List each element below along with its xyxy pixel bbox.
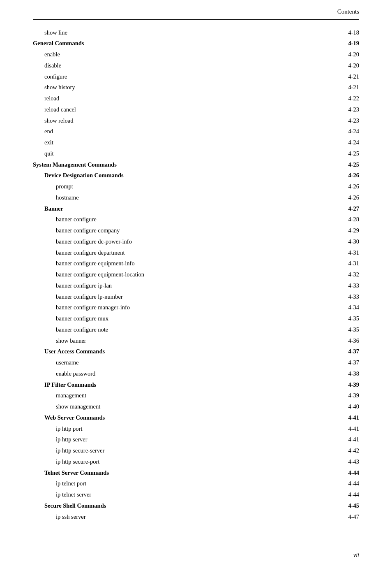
toc-entry: User Access Commands4-37: [33, 346, 359, 357]
toc-dots: [146, 276, 346, 276]
toc-entry-page: 4-44: [348, 479, 359, 488]
toc-entry-page: 4-47: [348, 513, 359, 522]
toc-entry: reload cancel4-23: [33, 104, 359, 115]
toc-dots: [110, 320, 346, 320]
toc-entry-label: username: [33, 358, 79, 367]
toc-entry-page: 4-20: [348, 50, 359, 59]
toc-entry-page: 4-35: [348, 325, 359, 334]
toc-dots: [69, 78, 347, 79]
toc-entry: banner configure company4-29: [33, 225, 359, 237]
toc-entry-label: banner configure department: [33, 248, 125, 258]
toc-entry: System Management Commands4-25: [33, 159, 359, 170]
toc-entry-label: show reload: [33, 116, 73, 125]
toc-entry-page: 4-35: [348, 314, 359, 323]
toc-dots: [106, 419, 346, 420]
toc-dots: [84, 430, 346, 431]
toc-entry-page: 4-24: [348, 127, 359, 136]
toc-entry-page: 4-24: [348, 138, 359, 147]
toc-entry: banner configure lp-number4-33: [33, 291, 359, 302]
toc-entry: ip ssh server4-47: [33, 511, 359, 522]
toc-entry-label: ip telnet server: [33, 490, 91, 499]
toc-entry: ip http secure-port4-43: [33, 456, 359, 467]
toc-dots: [126, 254, 346, 255]
toc-entry: banner configure department4-31: [33, 247, 359, 258]
toc-entry: show management4-40: [33, 402, 359, 413]
toc-entry: disable4-20: [33, 60, 359, 71]
toc-dots: [88, 342, 347, 343]
toc-entry-label: show banner: [33, 337, 86, 346]
toc-dots: [55, 155, 347, 156]
toc-entry: enable password4-38: [33, 368, 359, 379]
toc-entry-label: Device Designation Commands: [33, 171, 124, 180]
toc-entry-label: General Commands: [33, 39, 84, 48]
toc-entry-page: 4-28: [348, 215, 359, 224]
toc-entry-page: 4-32: [348, 270, 359, 279]
toc-entry: banner configure equipment-info4-31: [33, 258, 359, 269]
toc-dots: [101, 463, 346, 464]
toc-dots: [78, 111, 347, 111]
toc-entry-label: reload cancel: [33, 105, 76, 114]
toc-entry-label: ip http server: [33, 435, 88, 444]
toc-entry-page: 4-41: [348, 413, 359, 422]
toc-entry: banner configure4-28: [33, 214, 359, 225]
toc-entry-label: User Access Commands: [33, 347, 105, 356]
toc-dots: [98, 221, 347, 221]
toc-entry-label: System Management Commands: [33, 160, 117, 169]
toc-dots: [85, 45, 346, 45]
toc-entry-page: 4-31: [348, 248, 359, 258]
toc-entry-label: banner configure: [33, 215, 97, 224]
toc-entry: username4-37: [33, 357, 359, 369]
toc-entry-page: 4-21: [348, 83, 359, 92]
toc-dots: [69, 34, 346, 35]
toc-entry: ip telnet server4-44: [33, 490, 359, 501]
toc-entry-label: banner configure equipment-location: [33, 270, 144, 279]
toc-entry-label: configure: [33, 72, 67, 81]
toc-entry-label: reload: [33, 94, 59, 103]
toc-entry-label: ip telnet port: [33, 479, 86, 488]
toc-entry-label: exit: [33, 138, 53, 147]
toc-dots: [106, 353, 346, 353]
toc-entry-label: banner configure note: [33, 325, 108, 334]
toc-entry: General Commands4-19: [33, 38, 359, 49]
toc-dots: [125, 177, 347, 177]
toc-entry-label: banner configure mux: [33, 314, 108, 323]
toc-dots: [63, 67, 346, 67]
toc-dots: [81, 364, 347, 364]
toc-entry: management4-39: [33, 390, 359, 402]
toc-entry-page: 4-20: [348, 61, 359, 70]
toc-entry: Secure Shell Commands4-45: [33, 500, 359, 511]
toc-dots: [102, 408, 346, 409]
toc-dots: [121, 232, 346, 232]
toc-entry-label: hostname: [33, 193, 79, 202]
toc-entry: banner configure note4-35: [33, 324, 359, 335]
toc-entry: show banner4-36: [33, 335, 359, 346]
toc-dots: [108, 507, 346, 508]
toc-entry-label: banner configure manager-info: [33, 303, 130, 312]
toc-entry-page: 4-23: [348, 116, 359, 125]
toc-entry-label: disable: [33, 61, 61, 70]
page-footer: vii: [353, 552, 359, 559]
toc-entry-page: 4-22: [348, 94, 359, 103]
toc-entry-label: banner configure dc-power-info: [33, 237, 132, 246]
toc-entry: ip http port4-41: [33, 423, 359, 434]
toc-entry-page: 4-39: [348, 391, 359, 400]
toc-dots: [65, 210, 346, 211]
toc-entry-page: 4-33: [348, 281, 359, 290]
toc-dots: [77, 89, 347, 89]
toc-entry-label: prompt: [33, 182, 73, 191]
toc-entry-page: 4-41: [348, 435, 359, 444]
toc-entry: end4-24: [33, 126, 359, 137]
toc-entry-label: end: [33, 127, 53, 136]
toc-entry-label: banner configure equipment-info: [33, 259, 135, 268]
toc-entry-page: 4-33: [348, 292, 359, 302]
toc-dots: [134, 243, 347, 244]
toc-entry-label: Telnet Server Commands: [33, 469, 109, 478]
toc-entry-page: 4-37: [348, 358, 359, 367]
toc-entry-label: show history: [33, 83, 75, 92]
toc-entry-label: ip http secure-server: [33, 446, 104, 455]
toc-dots: [75, 188, 347, 188]
toc-entry-label: banner configure company: [33, 226, 120, 235]
toc-entry: Device Designation Commands4-26: [33, 170, 359, 181]
toc-entry-page: 4-25: [348, 149, 359, 158]
toc-entry-page: 4-27: [348, 204, 359, 214]
